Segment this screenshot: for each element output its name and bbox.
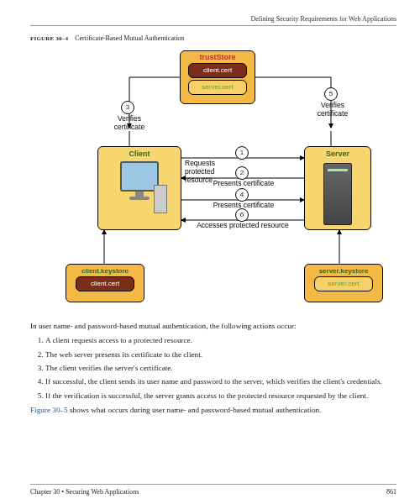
step-label-2: Presents certificate bbox=[193, 179, 294, 187]
server-title: Server bbox=[305, 147, 370, 158]
figure-link[interactable]: Figure 30–5 bbox=[30, 406, 68, 414]
computer-icon bbox=[117, 161, 162, 213]
step-circle-6: 6 bbox=[235, 208, 249, 222]
step-circle-1: 1 bbox=[235, 146, 249, 160]
list-item: If successful, the client sends its user… bbox=[45, 376, 396, 387]
step-circle-5: 5 bbox=[324, 87, 338, 101]
truststore-client-cert: client.cert bbox=[188, 63, 247, 78]
list-item: If the verification is successful, the s… bbox=[45, 391, 396, 402]
verify-right-label: Verifies certificate bbox=[311, 101, 354, 118]
list-item: The web server presents its certificate … bbox=[45, 349, 396, 360]
footer-chapter: Chapter 30 • Securing Web Applications bbox=[30, 488, 139, 496]
client-box: Client bbox=[97, 146, 181, 230]
figure-caption-row: FIGURE 30–4 Certificate-Based Mutual Aut… bbox=[30, 34, 396, 42]
truststore-server-cert: server.cert bbox=[188, 80, 247, 95]
client-keystore-box: client.keystore client.cert bbox=[66, 264, 144, 302]
step-label-4: Presents certificate bbox=[193, 201, 294, 209]
steps-list: A client requests access to a protected … bbox=[30, 335, 396, 402]
figure-caption: Certificate-Based Mutual Authentication bbox=[75, 34, 184, 42]
running-head: Defining Security Requirements for Web A… bbox=[30, 15, 396, 26]
server-keystore-title: server.keystore bbox=[305, 267, 382, 275]
step-circle-3: 3 bbox=[121, 101, 134, 114]
client-keystore-cert: client.cert bbox=[76, 276, 134, 291]
list-item: A client requests access to a protected … bbox=[45, 335, 396, 346]
footer-page-number: 861 bbox=[386, 488, 396, 496]
client-keystore-title: client.keystore bbox=[66, 267, 144, 275]
figure-label: FIGURE 30–4 bbox=[30, 35, 68, 42]
truststore-box: trustStore client.cert server.cert bbox=[180, 50, 255, 104]
link-rest: shows what occurs during user name- and … bbox=[68, 406, 322, 414]
intro-paragraph: In user name- and password-based mutual … bbox=[30, 321, 396, 332]
list-item: The client verifies the server's certifi… bbox=[45, 363, 396, 374]
step-circle-2: 2 bbox=[235, 166, 249, 180]
server-icon bbox=[323, 163, 352, 225]
client-title: Client bbox=[98, 147, 181, 158]
truststore-title: trustStore bbox=[181, 53, 255, 61]
verify-left-label: Verifies certificate bbox=[108, 114, 151, 131]
server-box: Server bbox=[304, 146, 371, 230]
link-paragraph: Figure 30–5 shows what occurs during use… bbox=[30, 405, 396, 416]
server-keystore-cert: server.cert bbox=[314, 276, 373, 291]
server-keystore-box: server.keystore server.cert bbox=[304, 264, 383, 302]
diagram: trustStore client.cert server.cert Clien… bbox=[37, 47, 390, 316]
step-circle-4: 4 bbox=[235, 188, 249, 202]
step-label-6: Accesses protected resource bbox=[188, 221, 297, 229]
